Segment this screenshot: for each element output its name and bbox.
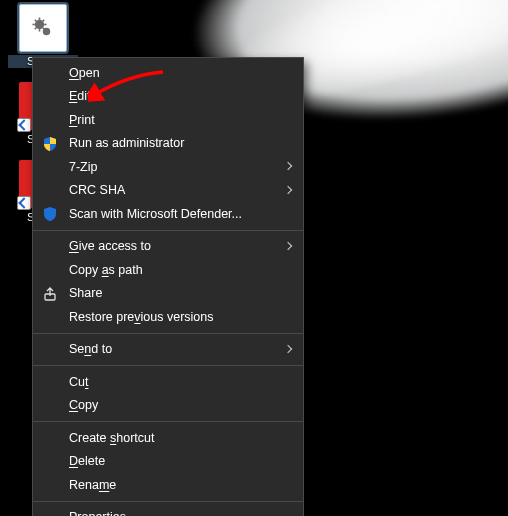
chevron-right-icon <box>284 241 292 249</box>
menu-item[interactable]: Send to <box>33 338 303 362</box>
menu-item[interactable]: CRC SHA <box>33 179 303 203</box>
menu-item-label: 7-Zip <box>69 160 273 174</box>
menu-item-label: Scan with Microsoft Defender... <box>69 207 273 221</box>
menu-item-label: Copy as path <box>69 263 273 277</box>
menu-separator <box>33 365 303 366</box>
menu-item[interactable]: Cut <box>33 370 303 394</box>
menu-item[interactable]: Run as administrator <box>33 132 303 156</box>
menu-item-label: Run as administrator <box>69 136 273 150</box>
svg-line-7 <box>43 28 44 29</box>
menu-item-label: Rename <box>69 478 273 492</box>
menu-item[interactable]: Share <box>33 282 303 306</box>
menu-item[interactable]: Create shortcut <box>33 426 303 450</box>
menu-item-label: CRC SHA <box>69 183 273 197</box>
shield-admin-icon <box>41 135 59 153</box>
menu-item[interactable]: Delete <box>33 450 303 474</box>
menu-separator <box>33 421 303 422</box>
menu-item-label: Restore previous versions <box>69 310 273 324</box>
svg-line-8 <box>35 28 36 29</box>
svg-line-6 <box>35 20 36 21</box>
menu-item[interactable]: Scan with Microsoft Defender... <box>33 202 303 226</box>
menu-item-label: Delete <box>69 454 273 468</box>
menu-item[interactable]: Give access to <box>33 235 303 259</box>
chevron-right-icon <box>284 344 292 352</box>
menu-separator <box>33 333 303 334</box>
shield-defender-icon <box>41 205 59 223</box>
menu-separator <box>33 501 303 502</box>
menu-item[interactable]: Edit <box>33 85 303 109</box>
chevron-right-icon <box>284 162 292 170</box>
batch-file-icon <box>19 4 67 52</box>
menu-item[interactable]: Restore previous versions <box>33 305 303 329</box>
menu-item[interactable]: Properties <box>33 506 303 517</box>
menu-item[interactable]: 7-Zip <box>33 155 303 179</box>
menu-item-label: Properties <box>69 510 273 516</box>
context-menu: OpenEditPrintRun as administrator7-ZipCR… <box>32 57 304 516</box>
menu-item-label: Cut <box>69 375 273 389</box>
chevron-right-icon <box>284 185 292 193</box>
menu-item[interactable]: Copy <box>33 394 303 418</box>
menu-item-label: Edit <box>69 89 273 103</box>
shortcut-overlay-icon <box>17 118 31 132</box>
menu-item[interactable]: Copy as path <box>33 258 303 282</box>
menu-item-label: Send to <box>69 342 273 356</box>
svg-line-9 <box>43 20 44 21</box>
menu-item-label: Create shortcut <box>69 431 273 445</box>
menu-item[interactable]: Open <box>33 61 303 85</box>
menu-item-label: Print <box>69 113 273 127</box>
menu-item[interactable]: Print <box>33 108 303 132</box>
menu-separator <box>33 230 303 231</box>
menu-item-label: Share <box>69 286 273 300</box>
menu-item[interactable]: Rename <box>33 473 303 497</box>
menu-item-label: Give access to <box>69 239 273 253</box>
share-icon <box>41 285 59 303</box>
menu-item-label: Open <box>69 66 273 80</box>
shortcut-overlay-icon <box>17 196 31 210</box>
menu-item-label: Copy <box>69 398 273 412</box>
